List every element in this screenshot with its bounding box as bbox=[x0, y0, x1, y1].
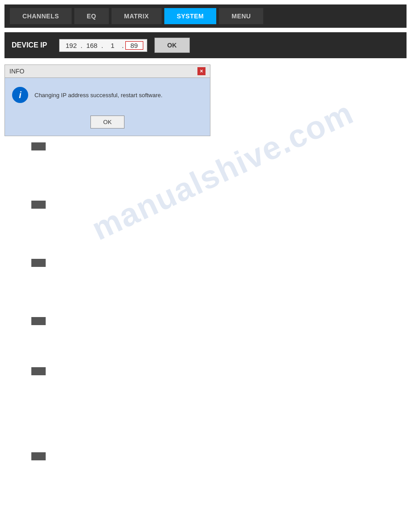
dark-rect-1 bbox=[31, 142, 46, 150]
ip-segment-1[interactable] bbox=[63, 42, 79, 49]
dialog-message: Changing IP address successful, restart … bbox=[34, 92, 163, 99]
ip-input-group: . . . bbox=[59, 39, 147, 52]
dialog-title: INFO bbox=[9, 68, 24, 75]
ip-segment-2[interactable] bbox=[84, 42, 100, 49]
dialog-titlebar: INFO × bbox=[5, 65, 210, 78]
tab-system[interactable]: SYSTEM bbox=[164, 8, 217, 24]
device-ip-label: DEVICE IP bbox=[12, 41, 52, 49]
tab-matrix[interactable]: MATRIX bbox=[111, 8, 162, 24]
device-ip-ok-button[interactable]: OK bbox=[154, 38, 190, 53]
dialog-ok-button[interactable]: OK bbox=[90, 116, 125, 129]
ip-dot-2: . bbox=[101, 42, 103, 49]
info-dialog: INFO × i Changing IP address successful,… bbox=[4, 64, 210, 136]
dark-rect-5 bbox=[31, 367, 46, 375]
ip-dot-3: . bbox=[121, 42, 124, 49]
nav-bar: CHANNELS EQ MATRIX SYSTEM MENU bbox=[4, 4, 407, 28]
ip-segment-3[interactable] bbox=[104, 42, 120, 49]
tab-eq[interactable]: EQ bbox=[74, 8, 109, 24]
dialog-body: i Changing IP address successful, restar… bbox=[5, 78, 210, 112]
tab-menu[interactable]: MENU bbox=[219, 8, 263, 24]
dark-rect-2 bbox=[31, 201, 46, 209]
dialog-footer: OK bbox=[5, 112, 210, 136]
info-icon: i bbox=[12, 87, 28, 103]
dark-rect-4 bbox=[31, 317, 46, 325]
dark-rect-6 bbox=[31, 452, 46, 460]
ip-dot-1: . bbox=[80, 42, 83, 49]
device-ip-section: DEVICE IP . . . OK bbox=[4, 32, 407, 58]
dark-rect-3 bbox=[31, 259, 46, 267]
tab-channels[interactable]: CHANNELS bbox=[10, 8, 72, 24]
dialog-close-button[interactable]: × bbox=[197, 67, 206, 75]
ip-segment-4[interactable] bbox=[125, 41, 143, 50]
